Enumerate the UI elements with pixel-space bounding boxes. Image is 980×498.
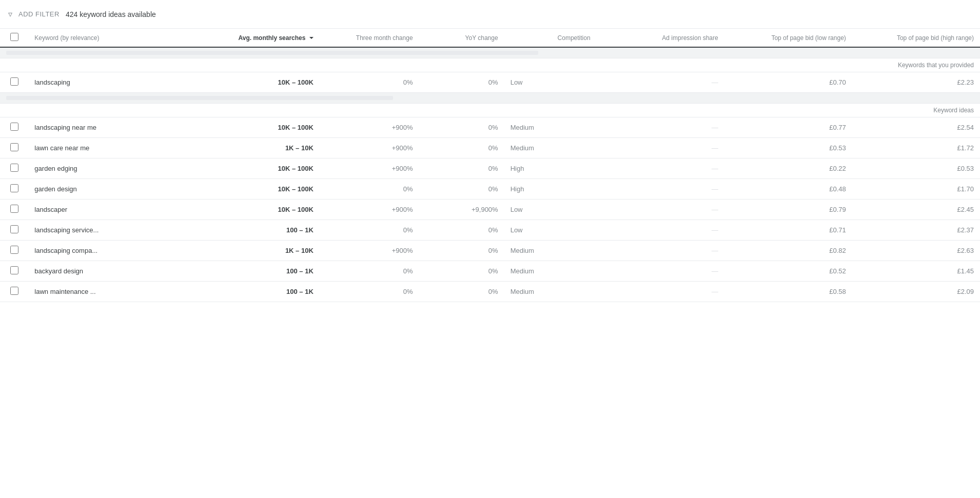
row-top-low: £0.52 [724, 261, 852, 282]
row-checkbox-cell[interactable] [0, 179, 28, 200]
col-header-keyword[interactable]: Keyword (by relevance) [28, 29, 191, 47]
row-yoy: +9,900% [419, 200, 504, 220]
add-filter-button[interactable]: ADD FILTER [18, 10, 60, 18]
row-ad-impression: — [597, 117, 724, 138]
row-yoy: 0% [419, 220, 504, 241]
col-header-avg-monthly[interactable]: Avg. monthly searches [192, 29, 320, 47]
row-competition: Low [504, 220, 597, 241]
row-ad-impression: — [597, 261, 724, 282]
table-row: landscaping10K – 100K0%0%Low—£0.70£2.23 [0, 72, 980, 93]
row-keyword[interactable]: garden design [28, 179, 191, 200]
row-top-low: £0.79 [724, 200, 852, 220]
row-yoy: 0% [419, 179, 504, 200]
row-avg-monthly: 10K – 100K [192, 72, 320, 93]
row-checkbox[interactable] [10, 205, 18, 213]
row-checkbox[interactable] [10, 143, 18, 151]
row-avg-monthly: 100 – 1K [192, 282, 320, 302]
row-competition: Medium [504, 282, 597, 302]
row-checkbox[interactable] [10, 164, 18, 172]
row-yoy: 0% [419, 282, 504, 302]
row-keyword[interactable]: garden edging [28, 158, 191, 179]
row-top-low: £0.71 [724, 220, 852, 241]
row-top-high: £0.53 [852, 158, 980, 179]
keyword-count: 424 keyword ideas available [66, 10, 156, 18]
filter-icon: ▿ [8, 9, 12, 19]
row-checkbox-cell[interactable] [0, 72, 28, 93]
row-yoy: 0% [419, 72, 504, 93]
row-ad-impression: — [597, 179, 724, 200]
section-label-row: Keywords that you provided [0, 58, 980, 72]
section-label-cell: Keywords that you provided [0, 58, 980, 72]
row-keyword[interactable]: landscaping near me [28, 117, 191, 138]
row-three-month: +900% [320, 138, 419, 158]
row-yoy: 0% [419, 261, 504, 282]
row-three-month: +900% [320, 200, 419, 220]
row-checkbox[interactable] [10, 225, 18, 233]
row-checkbox[interactable] [10, 77, 18, 86]
row-keyword[interactable]: lawn care near me [28, 138, 191, 158]
select-all-checkbox[interactable] [10, 33, 18, 41]
row-checkbox[interactable] [10, 287, 18, 295]
section-header-row [0, 47, 980, 58]
row-checkbox-cell[interactable] [0, 158, 28, 179]
row-top-high: £2.37 [852, 220, 980, 241]
row-checkbox-cell[interactable] [0, 200, 28, 220]
row-keyword[interactable]: landscaping compa... [28, 241, 191, 261]
row-checkbox-cell[interactable] [0, 220, 28, 241]
row-top-high: £1.45 [852, 261, 980, 282]
col-header-top-high[interactable]: Top of page bid (high range) [852, 29, 980, 47]
row-yoy: 0% [419, 138, 504, 158]
table-row: landscaping service...100 – 1K0%0%Low—£0… [0, 220, 980, 241]
col-header-top-low[interactable]: Top of page bid (low range) [724, 29, 852, 47]
row-avg-monthly: 10K – 100K [192, 179, 320, 200]
row-top-high: £2.23 [852, 72, 980, 93]
col-header-yoy[interactable]: YoY change [419, 29, 504, 47]
row-checkbox[interactable] [10, 184, 18, 192]
row-top-low: £0.22 [724, 158, 852, 179]
row-checkbox-cell[interactable] [0, 282, 28, 302]
row-yoy: 0% [419, 241, 504, 261]
row-checkbox-cell[interactable] [0, 117, 28, 138]
keyword-table: Keyword (by relevance) Avg. monthly sear… [0, 29, 980, 302]
row-keyword[interactable]: landscaper [28, 200, 191, 220]
row-ad-impression: — [597, 200, 724, 220]
row-top-high: £2.54 [852, 117, 980, 138]
row-three-month: +900% [320, 117, 419, 138]
row-checkbox[interactable] [10, 123, 18, 131]
row-avg-monthly: 1K – 10K [192, 138, 320, 158]
row-avg-monthly: 10K – 100K [192, 200, 320, 220]
row-top-low: £0.58 [724, 282, 852, 302]
row-keyword[interactable]: landscaping service... [28, 220, 191, 241]
row-three-month: +900% [320, 241, 419, 261]
row-keyword[interactable]: backyard design [28, 261, 191, 282]
table-row: landscaping compa...1K – 10K+900%0%Mediu… [0, 241, 980, 261]
row-top-high: £2.45 [852, 200, 980, 220]
table-row: garden edging10K – 100K+900%0%High—£0.22… [0, 158, 980, 179]
row-keyword[interactable]: lawn maintenance ... [28, 282, 191, 302]
select-all-checkbox-cell[interactable] [0, 29, 28, 47]
row-top-low: £0.77 [724, 117, 852, 138]
row-keyword[interactable]: landscaping [28, 72, 191, 93]
table-row: landscaper10K – 100K+900%+9,900%Low—£0.7… [0, 200, 980, 220]
row-checkbox[interactable] [10, 246, 18, 254]
row-checkbox[interactable] [10, 266, 18, 274]
row-avg-monthly: 100 – 1K [192, 261, 320, 282]
row-ad-impression: — [597, 282, 724, 302]
row-checkbox-cell[interactable] [0, 261, 28, 282]
row-yoy: 0% [419, 117, 504, 138]
top-bar: ▿ ADD FILTER 424 keyword ideas available [0, 0, 980, 29]
keyword-table-container: Keyword (by relevance) Avg. monthly sear… [0, 29, 980, 302]
col-header-three-month[interactable]: Three month change [320, 29, 419, 47]
col-header-competition[interactable]: Competition [504, 29, 597, 47]
row-competition: High [504, 158, 597, 179]
row-top-low: £0.70 [724, 72, 852, 93]
row-checkbox-cell[interactable] [0, 241, 28, 261]
section-label-cell: Keyword ideas [0, 104, 980, 117]
row-checkbox-cell[interactable] [0, 138, 28, 158]
table-row: backyard design100 – 1K0%0%Medium—£0.52£… [0, 261, 980, 282]
table-row: lawn maintenance ...100 – 1K0%0%Medium—£… [0, 282, 980, 302]
row-competition: Low [504, 72, 597, 93]
col-header-ad-impression[interactable]: Ad impression share [597, 29, 724, 47]
row-top-low: £0.48 [724, 179, 852, 200]
row-top-high: £2.09 [852, 282, 980, 302]
